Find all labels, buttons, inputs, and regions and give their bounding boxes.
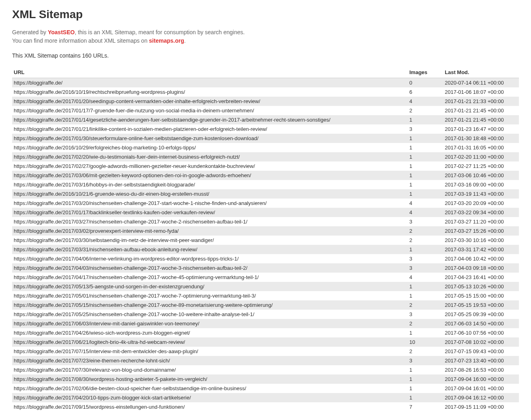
lastmod-cell: 2017-03-06 10:46 +00:00	[443, 171, 519, 180]
sitemap-url-link[interactable]: https://bloggiraffe.de/2016/10/29/erfolg…	[14, 145, 196, 151]
table-row: https://bloggiraffe.de/02020-07-14 06:11…	[12, 78, 519, 88]
images-cell: 2	[408, 236, 443, 245]
sitemap-url-link[interactable]: https://bloggiraffe.de/2017/05/01/nische…	[14, 293, 256, 299]
table-row: https://bloggiraffe.de/2017/01/30/steuer…	[12, 134, 519, 143]
lastmod-cell: 2017-05-15 19:53 +00:00	[443, 300, 519, 310]
sitemap-url-link[interactable]: https://bloggiraffe.de/2017/07/30/releva…	[14, 367, 176, 373]
images-cell: 2	[408, 319, 443, 328]
sitemap-url-link[interactable]: https://bloggiraffe.de/2017/03/02/proven…	[14, 228, 178, 234]
images-cell: 4	[408, 208, 443, 217]
sitemap-url-link[interactable]: https://bloggiraffe.de/2017/05/15/nische…	[14, 302, 273, 308]
sitemap-url-link[interactable]: https://bloggiraffe.de/2017/04/26/wieso-…	[14, 330, 190, 336]
header-lastmod: Last Mod.	[443, 67, 519, 78]
sitemap-url-link[interactable]: https://bloggiraffe.de/	[14, 80, 62, 86]
table-row: https://bloggiraffe.de/2017/08/30/wordpr…	[12, 374, 519, 384]
table-row: https://bloggiraffe.de/2017/03/02/proven…	[12, 226, 519, 236]
sitemap-url-link[interactable]: https://bloggiraffe.de/2017/05/25/nische…	[14, 311, 254, 317]
table-row: https://bloggiraffe.de/2017/05/13/5-aeng…	[12, 282, 519, 291]
lastmod-cell: 2017-01-31 16:05 +00:00	[443, 143, 519, 152]
table-row: https://bloggiraffe.de/2017/01/21/linkil…	[12, 124, 519, 134]
images-cell: 4	[408, 199, 443, 208]
table-row: https://bloggiraffe.de/2017/05/15/nische…	[12, 300, 519, 310]
sitemap-url-link[interactable]: https://bloggiraffe.de/2017/04/06/intern…	[14, 256, 239, 262]
lastmod-cell: 2017-09-04 16:00 +00:00	[443, 374, 519, 384]
sitemap-url-link[interactable]: https://bloggiraffe.de/2017/01/30/steuer…	[14, 135, 259, 141]
table-row: https://bloggiraffe.de/2017/03/20/nische…	[12, 199, 519, 208]
sitemap-url-link[interactable]: https://bloggiraffe.de/2017/09/15/wordpr…	[14, 404, 185, 410]
sitemap-url-link[interactable]: https://bloggiraffe.de/2017/06/03/interv…	[14, 321, 199, 327]
lastmod-cell: 2017-02-20 11:00 +00:00	[443, 152, 519, 161]
lastmod-cell: 2017-01-21 21:33 +00:00	[443, 97, 519, 106]
table-row: https://bloggiraffe.de/2016/10/29/erfolg…	[12, 143, 519, 152]
images-cell: 3	[408, 254, 443, 263]
sitemap-url-link[interactable]: https://bloggiraffe.de/2017/08/30/wordpr…	[14, 376, 207, 382]
sitemap-url-link[interactable]: https://bloggiraffe.de/2017/03/30/selbst…	[14, 237, 214, 243]
images-cell: 1	[408, 152, 443, 161]
sitemap-url-link[interactable]: https://bloggiraffe.de/2016/10/21/6-grue…	[14, 191, 209, 197]
lastmod-cell: 2017-01-23 16:47 +00:00	[443, 124, 519, 134]
lastmod-cell: 2017-07-08 10:02 +00:00	[443, 337, 519, 347]
lastmod-cell: 2017-05-25 09:39 +00:00	[443, 310, 519, 319]
lastmod-cell: 2017-09-04 16:01 +00:00	[443, 384, 519, 393]
sitemap-url-link[interactable]: https://bloggiraffe.de/2017/01/17/backli…	[14, 209, 215, 215]
sitemap-url-link[interactable]: https://bloggiraffe.de/2017/02/06/die-be…	[14, 385, 246, 391]
table-row: https://bloggiraffe.de/2017/01/17/7-grue…	[12, 106, 519, 115]
sitemap-url-link[interactable]: https://bloggiraffe.de/2017/01/17/7-grue…	[14, 108, 254, 114]
images-cell: 1	[408, 282, 443, 291]
sitemap-url-link[interactable]: https://bloggiraffe.de/2017/02/20/wie-du…	[14, 154, 240, 160]
intro-mid: , this is an XML Sitemap, meant for cons…	[75, 29, 245, 35]
lastmod-cell: 2017-08-26 16:53 +00:00	[443, 365, 519, 374]
sitemap-url-link[interactable]: https://bloggiraffe.de/2017/04/03/nische…	[14, 265, 247, 271]
lastmod-cell: 2017-06-10 07:56 +00:00	[443, 328, 519, 337]
table-row: https://bloggiraffe.de/2017/07/30/releva…	[12, 365, 519, 374]
sitemap-url-link[interactable]: https://bloggiraffe.de/2017/03/27/nische…	[14, 219, 247, 225]
sitemap-url-link[interactable]: https://bloggiraffe.de/2017/07/23/eine-t…	[14, 358, 170, 364]
sitemap-table: URL Images Last Mod. https://bloggiraffe…	[12, 67, 519, 412]
sitemap-url-link[interactable]: https://bloggiraffe.de/2017/01/20/seedin…	[14, 98, 260, 104]
table-row: https://bloggiraffe.de/2017/04/26/wieso-…	[12, 328, 519, 337]
images-cell: 1	[408, 291, 443, 300]
lastmod-cell: 2017-02-27 11:25 +00:00	[443, 161, 519, 171]
sitemap-url-link[interactable]: https://bloggiraffe.de/2017/03/31/nische…	[14, 246, 197, 252]
images-cell: 4	[408, 273, 443, 282]
images-cell: 3	[408, 217, 443, 226]
yoast-link[interactable]: YoastSEO	[48, 29, 75, 35]
images-cell: 2	[408, 300, 443, 310]
table-row: https://bloggiraffe.de/2017/02/20/wie-du…	[12, 152, 519, 161]
lastmod-cell: 2017-07-15 09:43 +00:00	[443, 347, 519, 356]
images-cell: 1	[408, 393, 443, 402]
sitemap-url-link[interactable]: https://bloggiraffe.de/2017/02/27/google…	[14, 163, 255, 169]
images-cell: 1	[408, 134, 443, 143]
lastmod-cell: 2017-01-21 21:45 +00:00	[443, 106, 519, 115]
lastmod-cell: 2017-03-30 10:16 +00:00	[443, 236, 519, 245]
sitemap-url-link[interactable]: https://bloggiraffe.de/2017/01/21/linkil…	[14, 126, 267, 132]
images-cell: 10	[408, 337, 443, 347]
table-row: https://bloggiraffe.de/2017/04/06/intern…	[12, 254, 519, 263]
header-url: URL	[12, 67, 408, 78]
sitemap-url-link[interactable]: https://bloggiraffe.de/2017/04/17/nische…	[14, 274, 259, 280]
sitemap-url-link[interactable]: https://bloggiraffe.de/2017/01/14/gesetz…	[14, 117, 330, 123]
lastmod-cell: 2017-01-06 18:07 +00:00	[443, 87, 519, 97]
lastmod-cell: 2017-01-21 21:45 +00:00	[443, 115, 519, 124]
images-cell: 3	[408, 310, 443, 319]
images-cell: 2	[408, 347, 443, 356]
table-row: https://bloggiraffe.de/2017/01/20/seedin…	[12, 97, 519, 106]
sitemap-url-link[interactable]: https://bloggiraffe.de/2017/07/15/interv…	[14, 348, 198, 354]
sitemap-url-link[interactable]: https://bloggiraffe.de/2016/10/19/rechts…	[14, 89, 185, 95]
sitemap-url-link[interactable]: https://bloggiraffe.de/2017/03/16/hobbys…	[14, 182, 195, 188]
lastmod-cell: 2017-03-20 20:09 +00:00	[443, 199, 519, 208]
table-row: https://bloggiraffe.de/2017/01/14/gesetz…	[12, 115, 519, 124]
images-cell: 2	[408, 226, 443, 236]
images-cell: 1	[408, 143, 443, 152]
sitemaps-org-link[interactable]: sitemaps.org	[149, 37, 184, 44]
lastmod-cell: 2017-03-16 09:00 +00:00	[443, 180, 519, 189]
sitemap-url-link[interactable]: https://bloggiraffe.de/2017/04/20/10-tip…	[14, 395, 191, 401]
sitemap-url-link[interactable]: https://bloggiraffe.de/2017/03/20/nische…	[14, 200, 267, 206]
images-cell: 1	[408, 171, 443, 180]
images-cell: 1	[408, 328, 443, 337]
images-cell: 2	[408, 106, 443, 115]
sitemap-url-link[interactable]: https://bloggiraffe.de/2017/06/21/logite…	[14, 339, 185, 345]
table-row: https://bloggiraffe.de/2017/05/01/nische…	[12, 291, 519, 300]
sitemap-url-link[interactable]: https://bloggiraffe.de/2017/05/13/5-aeng…	[14, 283, 204, 290]
sitemap-url-link[interactable]: https://bloggiraffe.de/2017/03/06/mit-ge…	[14, 172, 251, 178]
